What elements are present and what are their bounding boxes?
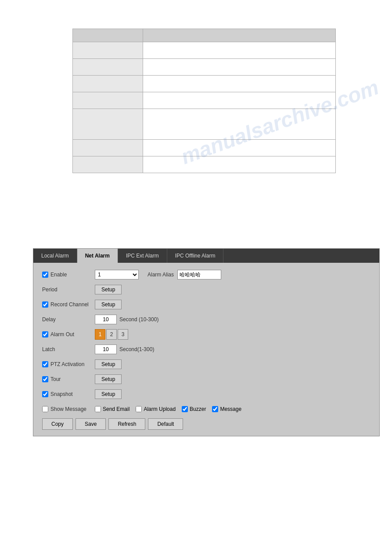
send-email-label[interactable]: Send Email (95, 406, 129, 412)
message-label[interactable]: Message (212, 406, 241, 412)
alarm-out-checkbox[interactable] (42, 331, 48, 337)
show-message-label[interactable]: Show Message (42, 406, 95, 412)
bottom-buttons: Copy Save Refresh Default (42, 418, 370, 430)
ptz-checkbox[interactable] (42, 361, 48, 367)
tour-label[interactable]: Tour (42, 376, 95, 382)
tour-row: Tour Setup (42, 374, 370, 385)
alarm-upload-label[interactable]: Alarm Upload (136, 406, 176, 412)
table-cell-value (143, 109, 336, 140)
tour-checkbox[interactable] (42, 376, 48, 382)
latch-hint: Second(1-300) (119, 346, 154, 352)
save-button[interactable]: Save (76, 418, 106, 430)
buzzer-checkbox[interactable] (182, 406, 188, 412)
default-button[interactable]: Default (148, 418, 183, 430)
alarm-upload-checkbox[interactable] (136, 406, 142, 412)
latch-label: Latch (42, 346, 95, 352)
period-row: Period Setup (42, 284, 370, 295)
alarm-out-btn-3[interactable]: 3 (118, 329, 128, 340)
tab-net-alarm[interactable]: Net Alarm (77, 249, 118, 263)
tab-ipc-ext-alarm[interactable]: IPC Ext Alarm (118, 249, 167, 263)
show-message-row: Show Message Send Email Alarm Upload Buz… (42, 403, 370, 415)
alarm-out-row: Alarm Out 1 2 3 (42, 329, 370, 340)
period-label: Period (42, 287, 95, 293)
show-message-checkbox[interactable] (42, 406, 48, 412)
message-checkbox[interactable] (212, 406, 218, 412)
delay-input[interactable] (95, 315, 117, 324)
alarm-alias-label: Alarm Alias (147, 272, 174, 278)
ptz-setup-button[interactable]: Setup (95, 359, 122, 369)
snapshot-label[interactable]: Snapshot (42, 391, 95, 397)
table-cell-value (143, 76, 336, 92)
tab-ipc-offline-alarm[interactable]: IPC Offline Alarm (167, 249, 224, 263)
table-cell-label (73, 109, 143, 140)
alarm-out-btn-2[interactable]: 2 (106, 329, 117, 340)
delay-label: Delay (42, 316, 95, 323)
delay-row: Delay Second (10-300) (42, 314, 370, 325)
table-cell-label (73, 59, 143, 76)
enable-row: Enable 1 2 3 4 Alarm Alias (42, 269, 370, 280)
table-cell-value (143, 140, 336, 156)
table-cell-value (143, 92, 336, 109)
header-col2 (143, 29, 336, 42)
table-row-tall (73, 109, 336, 140)
latch-input[interactable] (95, 345, 117, 354)
snapshot-checkbox[interactable] (42, 391, 48, 397)
record-channel-checkbox[interactable] (42, 301, 48, 308)
table-header-row (73, 29, 336, 42)
table-cell-label (73, 140, 143, 156)
enable-label[interactable]: Enable (42, 272, 95, 278)
ptz-row: PTZ Activation Setup (42, 359, 370, 370)
table-row (73, 92, 336, 109)
table-cell-label (73, 76, 143, 92)
alarm-out-btn-1[interactable]: 1 (95, 329, 105, 340)
latch-row: Latch Second(1-300) (42, 344, 370, 355)
table-cell-label (73, 42, 143, 59)
table-cell-label (73, 156, 143, 173)
delay-hint: Second (10-300) (119, 316, 158, 323)
table-cell-label (73, 92, 143, 109)
channel-dropdown[interactable]: 1 2 3 4 (95, 270, 139, 279)
refresh-button[interactable]: Refresh (108, 418, 145, 430)
table-row (73, 59, 336, 76)
send-email-checkbox[interactable] (95, 406, 101, 412)
table-row (73, 140, 336, 156)
tour-setup-button[interactable]: Setup (95, 374, 122, 384)
table-cell-value (143, 156, 336, 173)
period-setup-button[interactable]: Setup (95, 285, 122, 294)
alarm-out-label[interactable]: Alarm Out (42, 331, 95, 337)
copy-button[interactable]: Copy (42, 418, 73, 430)
table-row (73, 156, 336, 173)
ptz-label[interactable]: PTZ Activation (42, 361, 95, 367)
alarm-panel: Local Alarm Net Alarm IPC Ext Alarm IPC … (33, 248, 380, 436)
record-channel-label[interactable]: Record Channel (42, 301, 95, 308)
top-table (72, 29, 336, 173)
buzzer-label[interactable]: Buzzer (182, 406, 206, 412)
table-cell-value (143, 59, 336, 76)
table-row (73, 42, 336, 59)
top-table-container (72, 29, 336, 173)
header-col1 (73, 29, 143, 42)
tab-local-alarm[interactable]: Local Alarm (33, 249, 77, 263)
record-channel-setup-button[interactable]: Setup (95, 300, 122, 309)
tab-bar: Local Alarm Net Alarm IPC Ext Alarm IPC … (33, 249, 379, 263)
record-channel-row: Record Channel Setup (42, 299, 370, 310)
snapshot-setup-button[interactable]: Setup (95, 389, 122, 399)
table-cell-value (143, 42, 336, 59)
table-row (73, 76, 336, 92)
snapshot-row: Snapshot Setup (42, 388, 370, 400)
enable-checkbox[interactable] (42, 272, 48, 278)
panel-body: Enable 1 2 3 4 Alarm Alias Period Setup … (33, 263, 379, 436)
alarm-alias-input[interactable] (177, 270, 221, 279)
